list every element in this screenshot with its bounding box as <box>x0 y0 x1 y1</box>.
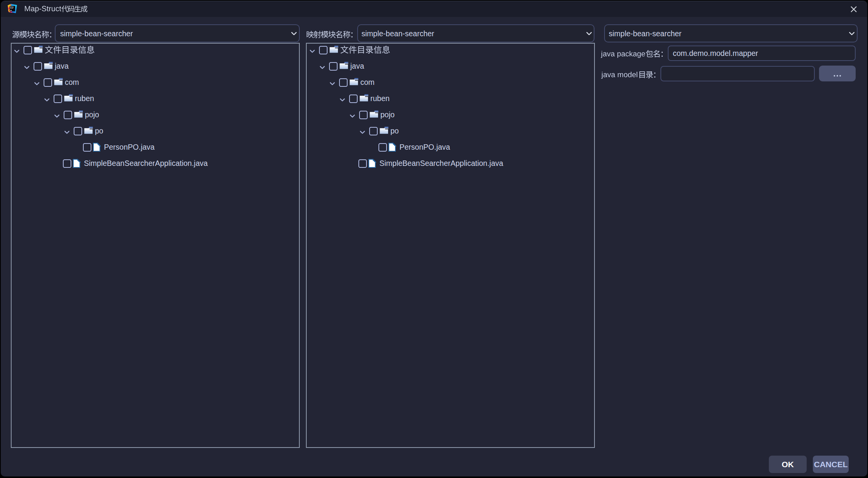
svg-text:IJ: IJ <box>10 6 13 9</box>
